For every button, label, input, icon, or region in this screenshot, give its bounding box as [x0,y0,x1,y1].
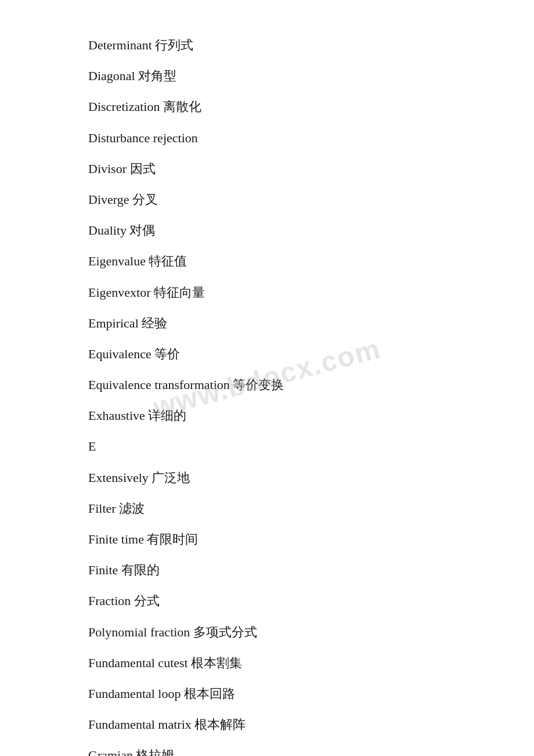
term-item: Fundamental cutest 根本割集 [88,653,446,673]
term-item: Diagonal 对角型 [88,66,446,86]
term-item: Gramian 格拉姆 [88,745,446,756]
term-item: Equivalence transformation 等价变换 [88,375,446,395]
term-item: Equivalence 等价 [88,344,446,364]
term-item: Determinant 行列式 [88,35,446,55]
term-item: Divisor 因式 [88,159,446,179]
term-item: Extensively 广泛地 [88,467,446,488]
term-item: Duality 对偶 [88,220,446,240]
term-item: Disturbance rejection [88,128,446,148]
term-item: Finite 有限的 [88,560,446,580]
main-content: Determinant 行列式Diagonal 对角型Discretizatio… [0,0,534,756]
term-item: Eigenvextor 特征向量 [88,282,446,303]
term-item: Finite time 有限时间 [88,529,446,549]
term-item: Discretization 离散化 [88,96,446,117]
term-item: Diverge 分叉 [88,189,446,210]
term-item: Fundamental matrix 根本解阵 [88,714,446,735]
term-item: Exhaustive 详细的 [88,405,446,426]
term-item: Fraction 分式 [88,591,446,611]
term-item: Eigenvalue 特征值 [88,251,446,271]
term-item: Fundamental loop 根本回路 [88,683,446,704]
term-item: Empirical 经验 [88,313,446,333]
section-letter: E [88,436,446,456]
term-item: Polynomial fraction 多项式分式 [88,622,446,642]
term-item: Filter 滤波 [88,498,446,519]
